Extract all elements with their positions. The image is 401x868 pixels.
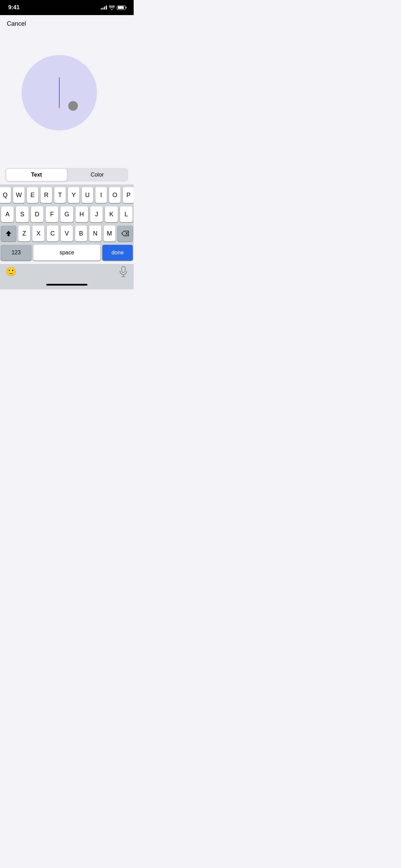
key-b[interactable]: B [75, 226, 87, 241]
keyboard-bottom-bar: 🙂 [0, 264, 134, 280]
key-y[interactable]: Y [68, 187, 80, 203]
canvas-area[interactable] [0, 32, 134, 165]
key-c[interactable]: C [47, 226, 59, 241]
key-n[interactable]: N [89, 226, 101, 241]
key-k[interactable]: K [105, 206, 118, 222]
key-o[interactable]: O [109, 187, 121, 203]
key-i[interactable]: I [95, 187, 107, 203]
key-h[interactable]: H [75, 206, 88, 222]
microphone-icon[interactable] [119, 266, 128, 277]
keyboard-row-2: A S D F G H J K L [1, 206, 133, 222]
key-m[interactable]: M [104, 226, 116, 241]
key-x[interactable]: X [32, 226, 44, 241]
bottom-panel: Text Color Q W E R T Y U I O P A S D [0, 165, 134, 289]
key-q[interactable]: Q [0, 187, 11, 203]
home-indicator [0, 280, 134, 289]
key-a[interactable]: A [1, 206, 14, 222]
numbers-key[interactable]: 123 [1, 245, 31, 261]
text-cursor-circle [22, 55, 97, 130]
keyboard-row-1: Q W E R T Y U I O P [1, 187, 133, 203]
drag-handle[interactable] [68, 101, 78, 111]
nav-bar: Cancel [0, 15, 134, 32]
shift-key[interactable] [1, 226, 16, 241]
status-icons [101, 5, 125, 10]
key-t[interactable]: T [54, 187, 66, 203]
svg-rect-0 [122, 266, 125, 273]
keyboard-row-4: 123 space done [1, 245, 133, 261]
home-bar [46, 284, 87, 286]
wifi-icon [109, 5, 115, 10]
key-u[interactable]: U [82, 187, 93, 203]
key-e[interactable]: E [27, 187, 38, 203]
key-v[interactable]: V [61, 226, 73, 241]
keyboard: Q W E R T Y U I O P A S D F G H J K [0, 184, 134, 261]
key-w[interactable]: W [13, 187, 25, 203]
text-segment-button[interactable]: Text [6, 169, 67, 181]
key-z[interactable]: Z [18, 226, 30, 241]
status-time: 9:41 [8, 4, 20, 11]
app-area: Cancel Text Color Q W E R T Y U I [0, 15, 134, 289]
done-key[interactable]: done [102, 245, 133, 261]
key-g[interactable]: G [60, 206, 73, 222]
emoji-icon[interactable]: 🙂 [5, 266, 16, 277]
battery-fill [118, 6, 124, 9]
signal-icon [101, 5, 107, 10]
key-p[interactable]: P [123, 187, 134, 203]
text-cursor [59, 77, 60, 108]
key-f[interactable]: F [46, 206, 58, 222]
key-s[interactable]: S [16, 206, 28, 222]
segment-control: Text Color [5, 168, 128, 182]
battery-icon [117, 5, 125, 10]
key-j[interactable]: J [90, 206, 103, 222]
color-segment-button[interactable]: Color [67, 169, 127, 181]
status-bar: 9:41 [0, 0, 134, 15]
key-l[interactable]: L [120, 206, 133, 222]
cancel-button[interactable]: Cancel [7, 20, 26, 27]
key-r[interactable]: R [40, 187, 52, 203]
keyboard-row-3: Z X C V B N M [1, 226, 133, 241]
space-key[interactable]: space [33, 245, 100, 261]
key-d[interactable]: D [31, 206, 44, 222]
backspace-key[interactable] [118, 226, 133, 241]
